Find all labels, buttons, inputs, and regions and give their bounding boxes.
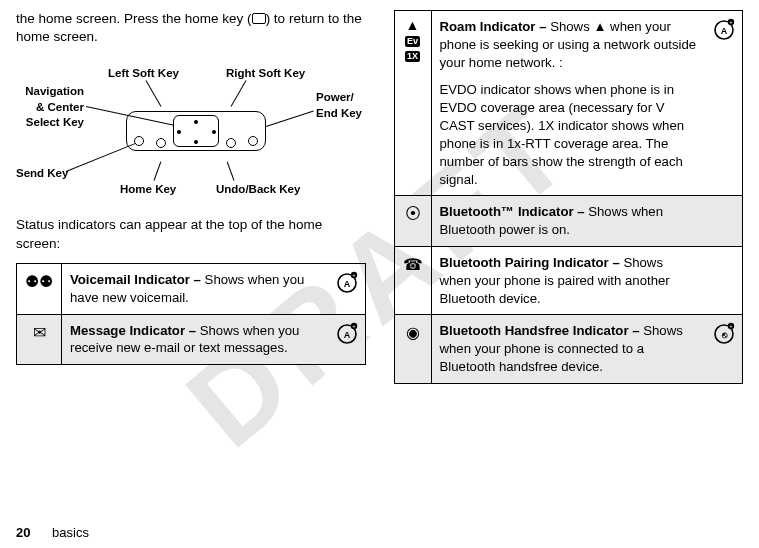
- label-home: Home Key: [120, 182, 176, 198]
- voicemail-icon: ⚉⚉: [17, 263, 62, 314]
- leader-line: [266, 111, 314, 127]
- leader-line: [66, 143, 136, 172]
- svg-text:A: A: [721, 26, 728, 36]
- svg-text:A: A: [343, 329, 350, 339]
- status-badge-icon: +A: [712, 17, 736, 41]
- bt-pair-icon: ☎: [394, 246, 431, 314]
- indicator-table-left: ⚉⚉Voicemail Indicator – Shows when you h…: [16, 263, 366, 365]
- table-row: ▲Ev1XRoam Indicator – Shows ▲ when your …: [394, 11, 743, 196]
- table-row: ✉Message Indicator – Shows when you rece…: [17, 314, 366, 365]
- page-number: 20: [16, 525, 30, 540]
- section-name: basics: [52, 525, 89, 540]
- table-row: ⚉⚉Voicemail Indicator – Shows when you h…: [17, 263, 366, 314]
- svg-text:+: +: [730, 324, 733, 330]
- intro-prefix: the home screen. Press the home key (: [16, 11, 252, 26]
- indicator-name: Bluetooth Pairing Indicator –: [440, 255, 624, 270]
- svg-text:+: +: [352, 272, 355, 278]
- indicator-desc: Message Indicator – Shows when you recei…: [62, 314, 366, 365]
- table-row: ◉Bluetooth Handsfree Indicator – Shows w…: [394, 315, 743, 383]
- leader-line: [154, 162, 162, 181]
- table-row: ☎Bluetooth Pairing Indicator – Shows whe…: [394, 246, 743, 314]
- leader-line: [227, 162, 235, 181]
- bt-handsfree-icon: ◉: [394, 315, 431, 383]
- page-footer: 20 basics: [16, 524, 89, 542]
- triangle-icon: ▲: [406, 18, 420, 32]
- home-key-icon: [252, 13, 266, 24]
- indicator-desc: Bluetooth™ Indicator – Shows when Blueto…: [431, 196, 743, 247]
- indicator-name: Bluetooth Handsfree Indicator –: [440, 323, 644, 338]
- message-icon: ✉: [17, 314, 62, 365]
- label-right-soft: Right Soft Key: [226, 66, 305, 82]
- table-row: ⦿Bluetooth™ Indicator – Shows when Bluet…: [394, 196, 743, 247]
- indicator-name: Message Indicator –: [70, 323, 200, 338]
- indicator-name: Roam Indicator –: [440, 19, 551, 34]
- label-nav-center: Navigation & Center Select Key: [16, 84, 84, 131]
- ev-icon: Ev: [405, 36, 420, 47]
- leader-line: [146, 81, 162, 107]
- indicator-name: Bluetooth™ Indicator –: [440, 204, 589, 219]
- intro-text: the home screen. Press the home key () t…: [16, 10, 366, 46]
- indicator-text-extra: EVDO indicator shows when phone is in EV…: [440, 81, 699, 188]
- key-diagram: Navigation & Center Select Key Left Soft…: [16, 56, 366, 206]
- status-badge-icon: +A: [335, 270, 359, 294]
- roam-icon: ▲Ev1X: [394, 11, 431, 196]
- label-left-soft: Left Soft Key: [108, 66, 179, 82]
- page-columns: the home screen. Press the home key () t…: [0, 0, 759, 384]
- status-badge-icon: +⎋: [712, 321, 736, 345]
- indicator-desc: Bluetooth Handsfree Indicator – Shows wh…: [431, 315, 743, 383]
- status-intro: Status indicators can appear at the top …: [16, 216, 366, 252]
- label-send: Send Key: [16, 166, 68, 182]
- indicator-name: Voicemail Indicator –: [70, 272, 205, 287]
- label-power-end: Power/ End Key: [316, 90, 376, 121]
- svg-text:+: +: [352, 323, 355, 329]
- label-undo: Undo/Back Key: [216, 182, 300, 198]
- svg-text:+: +: [730, 19, 733, 25]
- status-badge-icon: +A: [335, 321, 359, 345]
- indicator-desc: Roam Indicator – Shows ▲ when your phone…: [431, 11, 743, 196]
- onex-icon: 1X: [405, 51, 420, 62]
- leader-line: [231, 81, 247, 107]
- right-column: ▲Ev1XRoam Indicator – Shows ▲ when your …: [394, 10, 744, 384]
- indicator-table-right: ▲Ev1XRoam Indicator – Shows ▲ when your …: [394, 10, 744, 384]
- bluetooth-icon: ⦿: [394, 196, 431, 247]
- indicator-desc: Voicemail Indicator – Shows when you hav…: [62, 263, 366, 314]
- indicator-desc: Bluetooth Pairing Indicator – Shows when…: [431, 246, 743, 314]
- svg-text:⎋: ⎋: [721, 330, 728, 340]
- svg-text:A: A: [343, 278, 350, 288]
- left-column: the home screen. Press the home key () t…: [16, 10, 366, 384]
